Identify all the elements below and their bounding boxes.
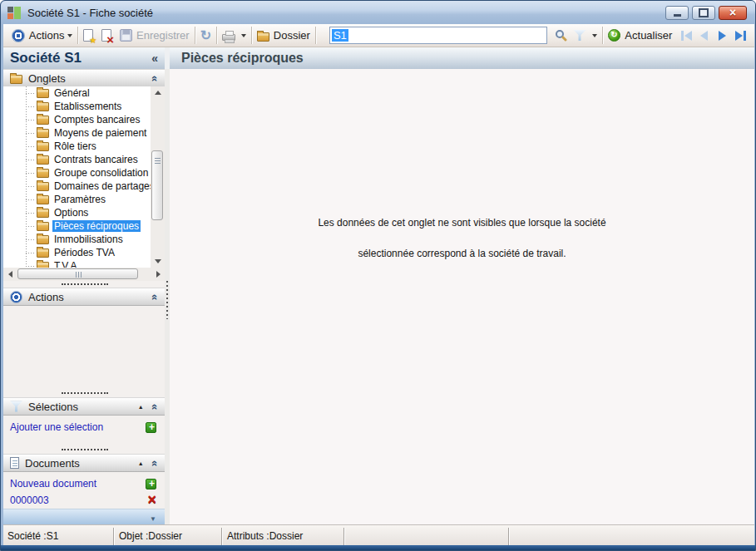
panel-splitter-handle[interactable] — [62, 449, 108, 452]
folder-icon — [37, 209, 49, 218]
panel-header-documents[interactable]: Documents — [3, 454, 165, 472]
panel-header-actions[interactable]: Actions — [3, 288, 165, 306]
window-bottom-edge — [1, 545, 756, 550]
splitter-grip-icon[interactable] — [166, 281, 168, 319]
tree-item-label: Rôle tiers — [52, 140, 98, 152]
toolbar-separator — [77, 27, 78, 44]
save-button[interactable]: Enregistrer — [120, 29, 190, 42]
print-button[interactable] — [222, 34, 235, 41]
panel-splitter-handle[interactable] — [62, 392, 108, 396]
add-icon[interactable] — [146, 422, 156, 433]
close-button[interactable] — [719, 6, 747, 20]
chevron-down-icon — [67, 34, 72, 37]
new-document-button[interactable] — [83, 29, 93, 42]
collapse-up-icon[interactable] — [138, 460, 144, 466]
collapse-panel-icon[interactable] — [149, 460, 161, 465]
panel-link[interactable]: 0000003 — [10, 494, 147, 506]
scroll-left-icon[interactable] — [3, 268, 17, 281]
app-icon — [7, 7, 21, 19]
expand-down-icon[interactable] — [150, 509, 156, 524]
toolbar-separator — [315, 27, 316, 44]
folder-icon — [37, 129, 49, 138]
folder-icon — [37, 102, 49, 111]
actions-bullseye-icon — [10, 291, 22, 303]
scroll-right-icon[interactable] — [151, 268, 165, 281]
scroll-up-icon[interactable] — [151, 86, 165, 99]
refresh-button[interactable] — [200, 27, 211, 43]
folder-icon — [37, 248, 49, 258]
nav-first-button[interactable] — [677, 27, 695, 44]
vertical-scroll-thumb[interactable] — [151, 150, 163, 220]
tree-vertical-scrollbar[interactable] — [151, 86, 165, 268]
maximize-button[interactable] — [692, 6, 715, 20]
status-cell: Société :S1 — [3, 528, 114, 545]
actions-bullseye-icon — [12, 29, 25, 42]
collapse-panel-icon[interactable] — [149, 293, 161, 299]
filter-dropdown-icon[interactable] — [592, 34, 597, 37]
onglets-tree: Général Etablissements Comptes bancaires… — [3, 86, 151, 268]
collapse-panel-icon[interactable] — [149, 75, 161, 81]
search-icon[interactable] — [556, 30, 564, 38]
collapse-panel-icon[interactable] — [149, 403, 161, 409]
main-content: Les données de cet onglet ne sont visibl… — [170, 69, 754, 524]
panel-link-row[interactable]: Nouveau document — [3, 475, 165, 492]
tree-item[interactable]: Options — [3, 206, 151, 219]
sidebar-collapse-icon[interactable] — [151, 51, 158, 66]
search-input[interactable]: S1 — [329, 27, 547, 44]
panel-link[interactable]: Ajouter une sélection — [10, 421, 146, 433]
tree-item-label: Etablissements — [52, 101, 123, 112]
sidebar: Onglets Général Etablissements Comptes b… — [3, 69, 165, 524]
horizontal-scroll-thumb[interactable] — [17, 268, 138, 279]
actualiser-button[interactable]: Actualiser — [608, 29, 672, 42]
tree-item[interactable]: Groupe consolidation — [3, 166, 151, 180]
filter-icon[interactable] — [574, 30, 586, 41]
panel-link-row[interactable]: 0000003 — [3, 492, 165, 509]
add-icon[interactable] — [146, 479, 156, 490]
panel-splitter-handle[interactable] — [62, 283, 108, 287]
tree-horizontal-scrollbar[interactable] — [3, 268, 165, 281]
tree-item[interactable]: Domaines de partages — [3, 180, 151, 193]
nav-prev-button[interactable] — [695, 27, 714, 44]
nav-next-button[interactable] — [714, 27, 732, 44]
tree-item-label: Immobilisations — [52, 234, 125, 245]
tree-item[interactable]: Général — [3, 86, 151, 100]
scroll-down-icon[interactable] — [151, 255, 165, 268]
tree-item[interactable]: Comptes bancaires — [3, 113, 151, 126]
tree-item[interactable]: Etablissements — [3, 100, 151, 113]
folder-icon — [37, 116, 49, 125]
panel-label-documents: Documents — [25, 457, 138, 470]
status-bar: Société :S1Objet :DossierAttributs :Doss… — [3, 524, 754, 547]
documents-links: Nouveau document 0000003 — [3, 475, 165, 509]
delete-icon[interactable] — [147, 493, 156, 508]
tree-item-label: Groupe consolidation — [52, 167, 150, 179]
tree-item[interactable]: Contrats bancaires — [3, 153, 151, 166]
panel-header-onglets[interactable]: Onglets — [3, 69, 165, 87]
actions-menu-button[interactable]: Actions — [25, 29, 73, 42]
delete-document-button[interactable] — [101, 29, 111, 42]
dossier-button[interactable]: Dossier — [257, 29, 310, 42]
save-icon — [120, 29, 132, 42]
panel-link[interactable]: Nouveau document — [10, 478, 146, 490]
panel-link-row[interactable]: Ajouter une sélection — [3, 419, 165, 435]
nav-last-button[interactable] — [731, 27, 749, 44]
minimize-button[interactable] — [665, 6, 689, 20]
notice-line-1: Les données de cet onglet ne sont visibl… — [170, 217, 754, 229]
search-input-value: S1 — [332, 29, 348, 42]
actualiser-icon — [608, 29, 620, 42]
tree-item[interactable]: Périodes TVA — [3, 246, 151, 259]
tree-item[interactable]: Moyens de paiement — [3, 126, 151, 140]
panel-header-selections[interactable]: Sélections — [3, 397, 165, 416]
tree-item[interactable]: T.V.A. — [3, 259, 151, 268]
tree-item-label: Options — [52, 207, 90, 219]
collapse-up-icon[interactable] — [138, 404, 144, 410]
tree-item[interactable]: Pièces réciproques — [3, 219, 151, 233]
tree-item[interactable]: Paramètres — [3, 193, 151, 206]
folder-icon — [37, 222, 49, 231]
sidebar-bottom-bar — [3, 509, 165, 524]
tree-item[interactable]: Immobilisations — [3, 233, 151, 246]
panel-label-onglets: Onglets — [28, 72, 152, 85]
tree-item[interactable]: Rôle tiers — [3, 140, 151, 153]
save-label: Enregistrer — [136, 29, 190, 42]
tree-item-label: Pièces réciproques — [52, 220, 141, 232]
print-dropdown-icon[interactable] — [241, 34, 246, 37]
